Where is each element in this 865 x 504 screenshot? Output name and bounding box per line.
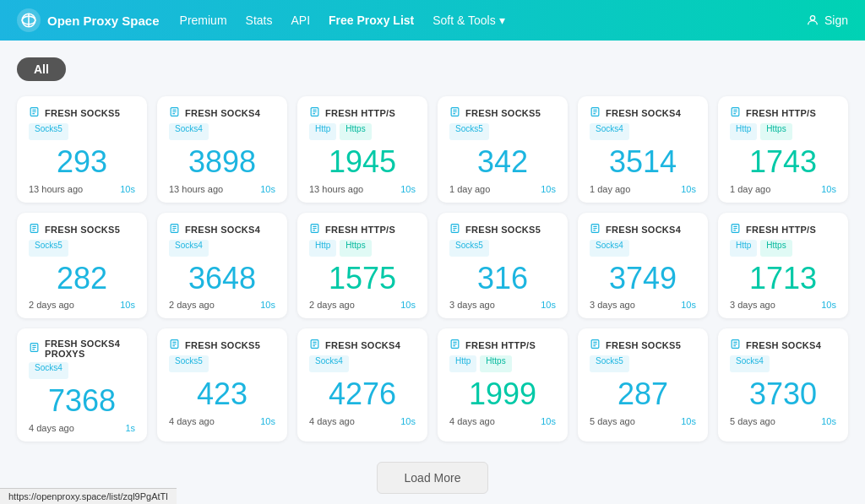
card-time: 3 days ago <box>590 300 635 310</box>
card-title: FRESH HTTP/S <box>325 108 395 118</box>
card-time: 1 day ago <box>449 184 490 194</box>
card-footer: 1 day ago 10s <box>449 184 556 194</box>
proxy-card[interactable]: FRESH SOCKS4 Socks4 3749 3 days ago 10s <box>578 213 708 319</box>
card-count: 1999 <box>449 377 556 411</box>
card-tags: Socks4 <box>590 240 696 257</box>
tag-socks5: Socks5 <box>449 123 489 140</box>
card-tags: HttpHttps <box>730 240 836 257</box>
card-count: 3514 <box>590 145 696 179</box>
proxy-card[interactable]: FRESH SOCKS4 Socks4 3898 13 hours ago 10… <box>157 96 287 203</box>
proxy-card[interactable]: FRESH HTTP/S HttpHttps 1743 1 day ago 10… <box>718 96 848 203</box>
load-more-button[interactable]: Load More <box>377 462 489 494</box>
card-count: 4276 <box>309 377 416 411</box>
proxy-card[interactable]: FRESH HTTP/S HttpHttps 1999 4 days ago 1… <box>438 328 568 442</box>
proxy-card[interactable]: FRESH SOCKS4 PROXYS Socks4 7368 4 days a… <box>17 328 147 442</box>
proxy-card[interactable]: FRESH SOCKS5 Socks5 293 13 hours ago 10s <box>17 96 147 203</box>
card-title: FRESH SOCKS5 <box>606 340 681 350</box>
proxy-card[interactable]: FRESH HTTP/S HttpHttps 1713 3 days ago 1… <box>718 213 848 319</box>
card-footer: 3 days ago 10s <box>449 300 556 310</box>
proxy-card[interactable]: FRESH SOCKS4 Socks4 3648 2 days ago 10s <box>157 213 287 319</box>
chevron-down-icon: ▾ <box>499 14 505 27</box>
proxy-list-icon <box>730 339 741 352</box>
card-count: 1743 <box>730 145 836 179</box>
proxy-list-icon <box>590 339 601 352</box>
card-footer: 3 days ago 10s <box>730 300 836 310</box>
proxy-card[interactable]: FRESH SOCKS5 Socks5 316 3 days ago 10s <box>438 213 568 319</box>
tag-socks4: Socks4 <box>309 355 349 372</box>
nav-link-stats[interactable]: Stats <box>239 10 280 30</box>
card-tags: Socks5 <box>449 240 556 257</box>
card-footer: 13 hours ago 10s <box>29 184 135 194</box>
card-tags: Socks5 <box>29 240 135 257</box>
card-interval: 10s <box>681 300 696 310</box>
card-footer: 3 days ago 10s <box>590 300 696 310</box>
card-footer: 5 days ago 10s <box>590 416 696 426</box>
card-title: FRESH SOCKS4 <box>325 340 400 350</box>
card-title: FRESH SOCKS4 <box>185 225 260 235</box>
card-interval: 10s <box>120 184 135 194</box>
card-time: 2 days ago <box>309 300 355 310</box>
tag-https: Https <box>340 240 371 257</box>
nav-logo[interactable]: Open Proxy Space <box>17 8 160 32</box>
card-tags: Socks5 <box>590 355 696 372</box>
proxy-list-icon <box>730 223 741 236</box>
card-interval: 10s <box>400 300 416 310</box>
card-interval: 10s <box>681 416 696 426</box>
proxy-card[interactable]: FRESH SOCKS5 Socks5 423 4 days ago 10s <box>157 328 287 442</box>
all-filter-button[interactable]: All <box>17 57 66 81</box>
card-tags: HttpHttps <box>309 123 416 140</box>
proxy-card[interactable]: FRESH HTTP/S HttpHttps 1945 13 hours ago… <box>297 96 427 203</box>
nav-link-api[interactable]: API <box>284 10 317 30</box>
card-interval: 10s <box>260 416 275 426</box>
tag-http: Http <box>449 355 476 372</box>
nav-sign-button[interactable]: Sign <box>806 14 848 27</box>
card-title: FRESH SOCKS4 <box>606 225 681 235</box>
card-tags: Socks4 <box>590 123 696 140</box>
card-time: 4 days ago <box>309 416 355 426</box>
proxy-list-icon <box>590 106 601 120</box>
tag-socks5: Socks5 <box>29 240 68 257</box>
card-tags: Socks4 <box>29 362 135 379</box>
tag-socks5: Socks5 <box>29 123 68 140</box>
card-footer: 2 days ago 10s <box>309 300 416 310</box>
card-interval: 10s <box>541 416 556 426</box>
proxy-card[interactable]: FRESH HTTP/S HttpHttps 1575 2 days ago 1… <box>297 213 427 319</box>
card-interval: 10s <box>821 300 836 310</box>
card-time: 13 hours ago <box>309 184 363 194</box>
card-title: FRESH SOCKS5 <box>465 108 541 118</box>
tag-http: Http <box>309 123 336 140</box>
card-count: 316 <box>449 262 556 295</box>
card-interval: 10s <box>260 184 275 194</box>
card-title: FRESH HTTP/S <box>746 108 816 118</box>
card-interval: 10s <box>541 300 556 310</box>
card-time: 13 hours ago <box>29 184 83 194</box>
card-interval: 10s <box>541 184 556 194</box>
card-time: 2 days ago <box>169 300 215 310</box>
proxy-card[interactable]: FRESH SOCKS5 Socks5 342 1 day ago 10s <box>438 96 568 203</box>
card-count: 3648 <box>169 262 275 295</box>
card-footer: 4 days ago 10s <box>309 416 416 426</box>
nav-logo-text: Open Proxy Space <box>47 14 160 28</box>
card-count: 3749 <box>590 262 696 295</box>
card-tags: HttpHttps <box>449 355 556 372</box>
card-title: FRESH HTTP/S <box>465 340 536 350</box>
proxy-card[interactable]: FRESH SOCKS5 Socks5 282 2 days ago 10s <box>17 213 147 319</box>
card-interval: 10s <box>681 184 696 194</box>
proxy-card[interactable]: FRESH SOCKS4 Socks4 3514 1 day ago 10s <box>578 96 708 203</box>
nav-link-soft-tools[interactable]: Soft & Tools ▾ <box>426 10 511 30</box>
proxy-card[interactable]: FRESH SOCKS4 Socks4 3730 5 days ago 10s <box>718 328 848 442</box>
card-tags: HttpHttps <box>730 123 836 140</box>
card-interval: 10s <box>400 184 416 194</box>
nav-link-premium[interactable]: Premium <box>173 10 234 30</box>
card-title: FRESH SOCKS4 <box>185 108 260 118</box>
card-count: 1713 <box>730 262 836 295</box>
proxy-card[interactable]: FRESH SOCKS4 Socks4 4276 4 days ago 10s <box>297 328 427 442</box>
proxy-list-icon <box>449 223 460 236</box>
statusbar: https://openproxy.space/list/zql9PgAtTl <box>0 488 177 504</box>
proxy-list-icon <box>169 106 180 120</box>
card-interval: 10s <box>260 300 275 310</box>
card-title: FRESH SOCKS5 <box>45 108 120 118</box>
tag-socks5: Socks5 <box>449 240 489 257</box>
nav-link-free-proxy-list[interactable]: Free Proxy List <box>322 10 421 30</box>
proxy-card[interactable]: FRESH SOCKS5 Socks5 287 5 days ago 10s <box>578 328 708 442</box>
